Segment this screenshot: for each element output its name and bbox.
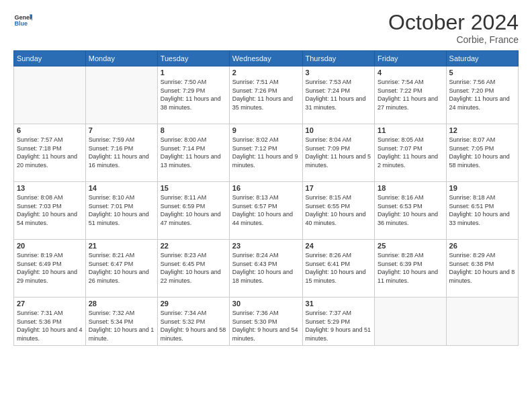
day-cell: 27Sunrise: 7:31 AM Sunset: 5:36 PM Dayli…	[14, 298, 86, 346]
day-info: Sunrise: 8:04 AM Sunset: 7:09 PM Dayligh…	[306, 136, 372, 169]
week-row-1: 6Sunrise: 7:57 AM Sunset: 7:18 PM Daylig…	[14, 124, 519, 182]
day-info: Sunrise: 8:10 AM Sunset: 7:01 PM Dayligh…	[89, 193, 154, 227]
day-info: Sunrise: 7:54 AM Sunset: 7:22 PM Dayligh…	[378, 78, 443, 111]
day-number: 28	[89, 300, 154, 308]
day-number: 3	[306, 68, 372, 77]
day-number: 5	[449, 68, 515, 77]
day-cell: 2Sunrise: 7:51 AM Sunset: 7:26 PM Daylig…	[229, 66, 302, 124]
day-info: Sunrise: 8:15 AM Sunset: 6:55 PM Dayligh…	[306, 193, 372, 227]
week-row-0: 1Sunrise: 7:50 AM Sunset: 7:29 PM Daylig…	[14, 66, 519, 124]
day-number: 18	[378, 184, 443, 192]
day-cell	[446, 298, 518, 346]
day-info: Sunrise: 8:08 AM Sunset: 7:03 PM Dayligh…	[17, 193, 83, 227]
day-cell: 26Sunrise: 8:29 AM Sunset: 6:38 PM Dayli…	[446, 240, 518, 298]
day-info: Sunrise: 8:02 AM Sunset: 7:12 PM Dayligh…	[232, 136, 300, 169]
day-cell: 11Sunrise: 8:05 AM Sunset: 7:07 PM Dayli…	[375, 124, 447, 182]
svg-text:Blue: Blue	[14, 20, 28, 27]
subtitle: Corbie, France	[388, 34, 519, 45]
day-number: 22	[161, 242, 226, 250]
day-cell: 30Sunrise: 7:36 AM Sunset: 5:30 PM Dayli…	[229, 298, 302, 346]
day-cell: 15Sunrise: 8:11 AM Sunset: 6:59 PM Dayli…	[157, 182, 229, 240]
day-info: Sunrise: 8:05 AM Sunset: 7:07 PM Dayligh…	[378, 136, 443, 169]
day-info: Sunrise: 8:23 AM Sunset: 6:45 PM Dayligh…	[161, 251, 226, 285]
col-header-thursday: Thursday	[302, 51, 375, 66]
col-header-saturday: Saturday	[446, 51, 518, 66]
col-header-wednesday: Wednesday	[229, 51, 302, 66]
day-number: 14	[89, 184, 154, 192]
day-cell: 17Sunrise: 8:15 AM Sunset: 6:55 PM Dayli…	[302, 182, 375, 240]
day-cell: 19Sunrise: 8:18 AM Sunset: 6:51 PM Dayli…	[446, 182, 518, 240]
day-cell: 8Sunrise: 8:00 AM Sunset: 7:14 PM Daylig…	[157, 124, 229, 182]
day-info: Sunrise: 8:11 AM Sunset: 6:59 PM Dayligh…	[161, 193, 226, 227]
day-info: Sunrise: 7:53 AM Sunset: 7:24 PM Dayligh…	[306, 78, 372, 111]
day-cell: 22Sunrise: 8:23 AM Sunset: 6:45 PM Dayli…	[157, 240, 229, 298]
day-info: Sunrise: 7:50 AM Sunset: 7:29 PM Dayligh…	[161, 78, 226, 111]
page: General Blue October 2024 Corbie, France…	[0, 0, 532, 411]
day-info: Sunrise: 7:56 AM Sunset: 7:20 PM Dayligh…	[449, 78, 515, 111]
day-number: 13	[17, 184, 83, 192]
day-info: Sunrise: 8:24 AM Sunset: 6:43 PM Dayligh…	[232, 251, 300, 285]
day-number: 29	[161, 300, 226, 308]
day-cell: 14Sunrise: 8:10 AM Sunset: 7:01 PM Dayli…	[85, 182, 157, 240]
day-info: Sunrise: 8:26 AM Sunset: 6:41 PM Dayligh…	[306, 251, 372, 285]
day-number: 1	[161, 68, 226, 77]
day-cell	[375, 298, 447, 346]
title-block: October 2024 Corbie, France	[388, 11, 519, 45]
day-cell: 10Sunrise: 8:04 AM Sunset: 7:09 PM Dayli…	[302, 124, 375, 182]
day-info: Sunrise: 7:34 AM Sunset: 5:32 PM Dayligh…	[161, 309, 226, 342]
day-number: 12	[449, 126, 515, 134]
logo: General Blue	[13, 11, 32, 30]
day-info: Sunrise: 7:57 AM Sunset: 7:18 PM Dayligh…	[17, 136, 83, 169]
day-info: Sunrise: 7:51 AM Sunset: 7:26 PM Dayligh…	[232, 78, 300, 111]
day-number: 9	[232, 126, 300, 134]
day-number: 31	[306, 300, 372, 308]
day-number: 15	[161, 184, 226, 192]
day-number: 27	[17, 300, 83, 308]
week-row-4: 27Sunrise: 7:31 AM Sunset: 5:36 PM Dayli…	[14, 298, 519, 346]
day-number: 19	[449, 184, 515, 192]
day-cell: 31Sunrise: 7:37 AM Sunset: 5:29 PM Dayli…	[302, 298, 375, 346]
day-number: 23	[232, 242, 300, 250]
day-info: Sunrise: 7:59 AM Sunset: 7:16 PM Dayligh…	[89, 136, 154, 169]
day-info: Sunrise: 8:16 AM Sunset: 6:53 PM Dayligh…	[378, 193, 443, 227]
day-info: Sunrise: 8:00 AM Sunset: 7:14 PM Dayligh…	[161, 136, 226, 169]
col-header-monday: Monday	[85, 51, 157, 66]
week-row-2: 13Sunrise: 8:08 AM Sunset: 7:03 PM Dayli…	[14, 182, 519, 240]
col-header-sunday: Sunday	[14, 51, 86, 66]
day-cell: 18Sunrise: 8:16 AM Sunset: 6:53 PM Dayli…	[375, 182, 447, 240]
col-header-tuesday: Tuesday	[157, 51, 229, 66]
day-number: 16	[232, 184, 300, 192]
day-number: 21	[89, 242, 154, 250]
day-number: 24	[306, 242, 372, 250]
day-info: Sunrise: 8:18 AM Sunset: 6:51 PM Dayligh…	[449, 193, 515, 227]
day-number: 7	[89, 126, 154, 134]
day-cell: 24Sunrise: 8:26 AM Sunset: 6:41 PM Dayli…	[302, 240, 375, 298]
day-info: Sunrise: 8:19 AM Sunset: 6:49 PM Dayligh…	[17, 251, 83, 285]
header-row: SundayMondayTuesdayWednesdayThursdayFrid…	[14, 51, 519, 66]
day-info: Sunrise: 8:13 AM Sunset: 6:57 PM Dayligh…	[232, 193, 300, 227]
day-cell: 5Sunrise: 7:56 AM Sunset: 7:20 PM Daylig…	[446, 66, 518, 124]
day-cell	[85, 66, 157, 124]
day-cell: 28Sunrise: 7:32 AM Sunset: 5:34 PM Dayli…	[85, 298, 157, 346]
day-number: 2	[232, 68, 300, 77]
day-info: Sunrise: 7:31 AM Sunset: 5:36 PM Dayligh…	[17, 309, 83, 342]
day-number: 6	[17, 126, 83, 134]
day-cell: 29Sunrise: 7:34 AM Sunset: 5:32 PM Dayli…	[157, 298, 229, 346]
day-number: 4	[378, 68, 443, 77]
day-cell: 23Sunrise: 8:24 AM Sunset: 6:43 PM Dayli…	[229, 240, 302, 298]
day-info: Sunrise: 8:07 AM Sunset: 7:05 PM Dayligh…	[449, 136, 515, 169]
day-info: Sunrise: 7:37 AM Sunset: 5:29 PM Dayligh…	[306, 309, 372, 342]
day-cell: 20Sunrise: 8:19 AM Sunset: 6:49 PM Dayli…	[14, 240, 86, 298]
day-info: Sunrise: 8:29 AM Sunset: 6:38 PM Dayligh…	[449, 251, 515, 285]
day-number: 30	[232, 300, 300, 308]
month-title: October 2024	[388, 11, 519, 34]
day-cell: 12Sunrise: 8:07 AM Sunset: 7:05 PM Dayli…	[446, 124, 518, 182]
day-cell	[14, 66, 86, 124]
col-header-friday: Friday	[375, 51, 447, 66]
week-row-3: 20Sunrise: 8:19 AM Sunset: 6:49 PM Dayli…	[14, 240, 519, 298]
day-number: 11	[378, 126, 443, 134]
day-number: 8	[161, 126, 226, 134]
logo-icon: General Blue	[13, 11, 32, 30]
calendar-table: SundayMondayTuesdayWednesdayThursdayFrid…	[13, 50, 519, 346]
day-cell: 9Sunrise: 8:02 AM Sunset: 7:12 PM Daylig…	[229, 124, 302, 182]
